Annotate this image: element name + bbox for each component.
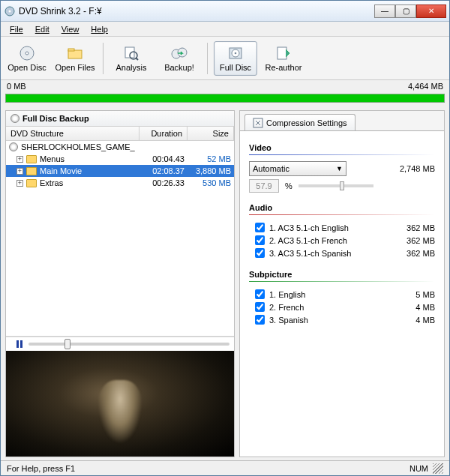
folder-icon (26, 155, 37, 163)
tree-item-label: Extras (40, 178, 63, 187)
audio-rule (249, 214, 435, 215)
slider-thumb (340, 181, 344, 190)
audio-track-size: 362 MB (382, 249, 435, 258)
svg-rect-4 (68, 50, 82, 58)
tree-item-label: Menus (40, 154, 64, 163)
pause-button[interactable] (16, 340, 22, 348)
video-pct-row: 57.9 % (249, 179, 435, 193)
minimize-button[interactable]: — (374, 4, 395, 18)
expand-icon[interactable]: + (16, 180, 23, 187)
audio-track-label: 2. AC3 5.1-ch French (269, 236, 378, 245)
col-duration[interactable]: Duration (140, 127, 188, 140)
video-preview (6, 351, 234, 457)
compression-pct-field: 57.9 (249, 179, 279, 193)
subpicture-track-size: 4 MB (382, 303, 435, 312)
toolbar-separator (103, 43, 104, 74)
tab-compression-settings[interactable]: Compression Settings (244, 114, 356, 131)
status-numlock: NUM (410, 464, 428, 473)
menu-file[interactable]: File (5, 23, 28, 35)
audio-track-checkbox[interactable] (255, 235, 265, 245)
audio-track-label: 3. AC3 5.1-ch Spanish (269, 249, 378, 258)
svg-point-3 (26, 52, 28, 55)
audio-track-label: 1. AC3 5.1-ch English (269, 223, 378, 232)
disc-icon (10, 114, 20, 123)
slider-thumb[interactable] (64, 339, 70, 349)
tree-area: DVD Structure Duration Size SHERLOCKHOLM… (6, 127, 234, 337)
right-pane: Compression Settings Video Automatic ▼ 2… (239, 110, 445, 457)
compression-icon (253, 118, 263, 128)
preview-frame (6, 351, 234, 457)
tree-disc-row[interactable]: SHERLOCKHOLMES_GAME_ (6, 141, 234, 153)
audio-track-size: 362 MB (382, 236, 435, 245)
column-headers: DVD Structure Duration Size (6, 127, 234, 141)
pause-icon (16, 340, 22, 348)
backup-icon (171, 45, 188, 61)
subpicture-track-size: 5 MB (382, 290, 435, 299)
tab-label: Compression Settings (266, 118, 347, 127)
subpicture-track-checkbox[interactable] (255, 289, 265, 299)
status-help-text: For Help, press F1 (7, 464, 75, 473)
subpicture-track-row[interactable]: 3. Spanish 4 MB (249, 313, 435, 326)
svg-rect-14 (278, 47, 286, 59)
expand-icon[interactable]: + (16, 168, 23, 175)
chevron-down-icon: ▼ (336, 165, 343, 172)
tree-row-main-movie[interactable]: +Main Movie 02:08.37 3,880 MB (6, 165, 234, 177)
folder-icon (67, 45, 83, 61)
video-rule (249, 154, 435, 155)
window-title: DVD Shrink 3.2 - F:¥ (19, 6, 374, 16)
titlebar: DVD Shrink 3.2 - F:¥ — ▢ ✕ (1, 1, 449, 22)
size-min: 0 MB (7, 82, 26, 91)
disc-name: SHERLOCKHOLMES_GAME_ (21, 142, 135, 151)
resize-grip[interactable] (433, 463, 443, 474)
open-disc-button[interactable]: Open Disc (5, 41, 49, 76)
disc-icon (19, 45, 35, 61)
video-size: 2,748 MB (400, 164, 435, 173)
audio-track-checkbox[interactable] (255, 223, 265, 232)
svg-line-8 (136, 58, 138, 60)
col-size[interactable]: Size (188, 127, 234, 140)
reauthor-button[interactable]: Re-author (262, 41, 305, 76)
full-disc-button[interactable]: Full Disc (214, 41, 257, 76)
playback-controls (6, 337, 234, 351)
toolbar-separator (207, 43, 208, 74)
open-files-button[interactable]: Open Files (53, 41, 97, 76)
menu-help[interactable]: Help (86, 23, 112, 35)
video-mode-combo[interactable]: Automatic ▼ (249, 161, 346, 176)
menu-view[interactable]: View (57, 23, 84, 35)
col-structure[interactable]: DVD Structure (6, 127, 140, 140)
left-pane: Full Disc Backup DVD Structure Duration … (5, 110, 235, 457)
compression-panel: Video Automatic ▼ 2,748 MB 57.9 % Audio (240, 130, 444, 457)
playback-slider[interactable] (28, 343, 230, 346)
audio-track-row[interactable]: 3. AC3 5.1-ch Spanish 362 MB (249, 247, 435, 259)
audio-track-row[interactable]: 2. AC3 5.1-ch French 362 MB (249, 234, 435, 247)
subpicture-track-row[interactable]: 1. English 5 MB (249, 288, 435, 301)
reauthor-icon (275, 45, 292, 61)
close-button[interactable]: ✕ (416, 4, 446, 18)
content-area: Full Disc Backup DVD Structure Duration … (1, 107, 449, 460)
left-pane-header: Full Disc Backup (6, 111, 234, 127)
audio-section-title: Audio (249, 203, 435, 212)
full-disc-icon (227, 45, 244, 61)
tree-row-extras[interactable]: +Extras 00:26.33 530 MB (6, 177, 234, 189)
subpicture-track-label: 3. Spanish (269, 316, 378, 325)
svg-point-13 (235, 52, 237, 54)
toolbar: Open Disc Open Files Analysis Backup! Fu… (1, 37, 449, 80)
tree-item-label: Main Movie (40, 166, 82, 175)
svg-point-1 (9, 10, 11, 12)
expand-icon[interactable]: + (16, 156, 23, 163)
maximize-button[interactable]: ▢ (395, 4, 416, 18)
subpicture-track-row[interactable]: 2. French 4 MB (249, 301, 435, 313)
analysis-button[interactable]: Analysis (110, 41, 153, 76)
backup-button[interactable]: Backup! (158, 41, 201, 76)
audio-track-checkbox[interactable] (255, 248, 265, 258)
menu-edit[interactable]: Edit (31, 23, 54, 35)
subpicture-track-checkbox[interactable] (255, 315, 265, 325)
subpicture-section-title: Subpicture (249, 270, 435, 279)
tree-row-menus[interactable]: +Menus 00:04.43 52 MB (6, 153, 234, 165)
audio-track-row[interactable]: 1. AC3 5.1-ch English 362 MB (249, 221, 435, 234)
subpicture-track-checkbox[interactable] (255, 302, 265, 312)
audio-track-size: 362 MB (382, 223, 435, 232)
size-max: 4,464 MB (408, 82, 443, 91)
tree-body[interactable]: SHERLOCKHOLMES_GAME_ +Menus 00:04.43 52 … (6, 141, 234, 336)
svg-rect-5 (68, 49, 74, 51)
